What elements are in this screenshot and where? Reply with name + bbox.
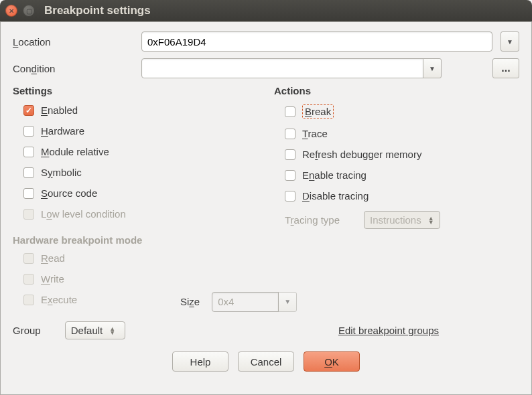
setting-symbolic[interactable]: Symbolic [13,164,258,181]
setting-label: Low level condition [41,208,126,220]
help-button[interactable]: Help [172,351,228,372]
checkbox-icon [23,274,34,285]
edit-groups-link[interactable]: Edit breakpoint groups [338,325,439,336]
checkbox-icon [23,295,34,305]
checkbox-icon[interactable] [285,149,295,160]
hardware-mode-heading: Hardware breakpoint mode [13,234,519,246]
settings-heading: Settings [13,85,258,96]
size-input [212,292,279,312]
tracing-type-select: Instructions ▲▼ [364,211,440,229]
chevron-down-icon: ▼ [429,65,436,72]
checkbox-icon [23,209,34,220]
close-icon[interactable]: ✕ [5,5,17,17]
size-row: Size ▼ [180,292,297,312]
checkbox-icon[interactable] [285,191,295,202]
options-columns: Settings Enabled Hardware Module relativ… [13,85,519,229]
size-dropdown-button: ▼ [278,292,297,312]
setting-label: Source code [41,187,97,199]
action-label: Enable tracing [302,169,367,181]
group-label: Group [13,325,41,336]
hw-mode-label: Read [41,252,65,264]
location-input[interactable] [141,31,492,52]
action-label: Trace [302,128,328,139]
group-row: Group Default ▲▼ Edit breakpoint groups [13,321,519,339]
hw-mode-label: Write [41,273,64,285]
setting-label: Hardware [41,125,84,137]
checkbox-icon[interactable] [285,106,295,117]
action-trace[interactable]: Trace [274,125,519,142]
setting-label: Module relative [41,146,109,157]
checkbox-icon[interactable] [285,129,295,139]
ok-button[interactable]: OK [304,351,360,372]
checkbox-icon[interactable] [23,105,34,116]
location-dropdown-button[interactable]: ▼ [501,31,519,52]
action-refresh-memory[interactable]: Refresh debugger memory [274,146,519,163]
condition-row: Condition ▼ ... [13,58,519,78]
checkbox-icon[interactable] [23,188,34,199]
size-combo: ▼ [212,292,297,312]
minimize-icon[interactable]: ▢ [23,5,35,17]
setting-hardware[interactable]: Hardware [13,123,258,139]
checkbox-icon [23,253,34,264]
select-value: Default [71,325,103,336]
caret-icon: ▲▼ [109,327,115,335]
checkbox-icon[interactable] [23,167,34,178]
tracing-type-row: Tracing type Instructions ▲▼ [274,211,519,229]
cancel-button[interactable]: Cancel [238,351,294,372]
group-select[interactable]: Default ▲▼ [65,321,125,339]
condition-browse-button[interactable]: ... [492,58,519,78]
action-label: Refresh debugger memory [302,149,421,160]
setting-label: Symbolic [41,167,82,178]
actions-column: Actions Break Trace Refresh debugger mem… [274,85,519,229]
select-value: Instructions [370,214,421,226]
setting-label: Enabled [41,104,78,116]
action-enable-tracing[interactable]: Enable tracing [274,167,519,183]
settings-column: Settings Enabled Hardware Module relativ… [13,85,258,229]
window-title: Breakpoint settings [44,4,151,17]
action-label: Disable tracing [302,190,369,202]
action-disable-tracing[interactable]: Disable tracing [274,187,519,204]
condition-input[interactable] [141,58,423,78]
checkbox-icon[interactable] [23,126,34,137]
checkbox-icon[interactable] [285,170,295,181]
dialog-buttons: Help Cancel OK [13,351,519,372]
action-label: Break [302,104,334,118]
dialog-content: Location ▼ Condition ▼ ... Settings Enab… [0,21,532,395]
actions-heading: Actions [274,85,519,96]
location-row: Location ▼ [13,31,519,52]
hw-mode-execute: Execute [13,291,180,308]
condition-dropdown-button[interactable]: ▼ [423,58,442,78]
setting-source-code[interactable]: Source code [13,185,258,202]
location-label: Location [13,36,133,48]
checkbox-icon[interactable] [23,147,34,157]
setting-low-level-condition: Low level condition [13,206,258,222]
setting-enabled[interactable]: Enabled [13,102,258,118]
setting-module-relative[interactable]: Module relative [13,143,258,160]
hw-mode-read: Read [13,250,519,266]
chevron-down-icon: ▼ [507,38,513,46]
title-bar: ✕ ▢ Breakpoint settings [0,0,532,21]
condition-combo: ▼ [141,58,442,78]
condition-label: Condition [13,63,133,74]
action-break[interactable]: Break [274,102,519,121]
hw-mode-write: Write [13,270,519,287]
caret-icon: ▲▼ [428,216,434,224]
size-label: Size [180,296,200,307]
hw-mode-label: Execute [41,294,77,305]
tracing-type-label: Tracing type [285,214,340,226]
chevron-down-icon: ▼ [284,298,291,305]
